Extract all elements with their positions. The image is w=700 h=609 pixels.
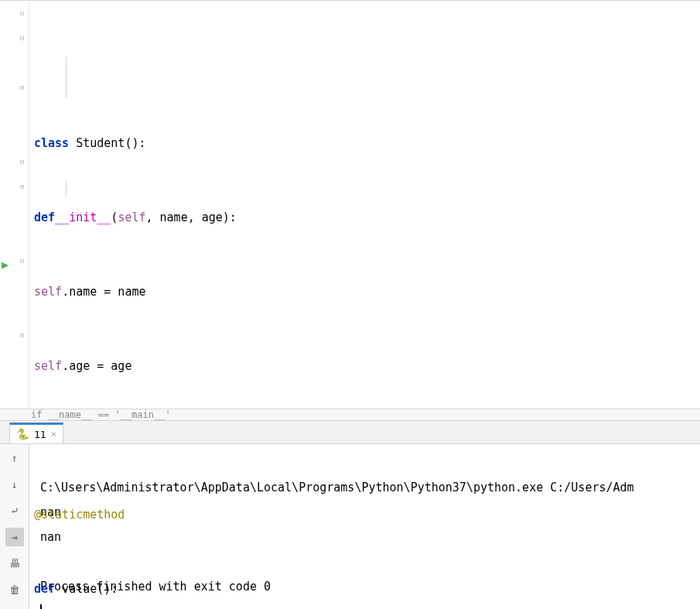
assign-age: .age = age — [62, 354, 131, 378]
fold-end-icon[interactable]: ⊡ — [20, 331, 24, 339]
paren: ( — [111, 205, 118, 230]
keyword-def: def — [34, 205, 55, 230]
self-ref: self — [34, 279, 62, 304]
gutter: ⊟ ⊟ ⊡ ⊟ ⊡ ▶ ⊟ ⊡ — [0, 1, 29, 409]
keyword-def: def — [34, 576, 55, 601]
scroll-to-end-icon[interactable]: ⇥ — [5, 528, 24, 546]
init-method: __init__ — [55, 205, 111, 230]
up-arrow-icon[interactable]: ↑ — [5, 449, 24, 467]
value-method: value(): — [55, 576, 118, 601]
fold-end-icon[interactable]: ⊡ — [20, 84, 24, 91]
trash-icon[interactable]: 🗑 — [5, 580, 24, 599]
python-icon: 🐍 — [16, 428, 29, 440]
fold-icon[interactable]: ⊟ — [20, 34, 24, 42]
init-params: , name, age): — [146, 205, 237, 230]
decorator: @staticmethod — [34, 502, 125, 527]
assign-name: .name = name — [62, 279, 145, 304]
fold-end-icon[interactable]: ⊡ — [20, 183, 24, 190]
fold-icon[interactable]: ⊟ — [20, 158, 24, 166]
editor-area: ⊟ ⊟ ⊡ ⊟ ⊡ ▶ ⊟ ⊡ class Student(): def __i… — [0, 1, 700, 409]
self-param: self — [118, 205, 145, 230]
soft-wrap-icon[interactable]: ⤶ — [5, 501, 24, 520]
fold-icon[interactable]: ⊟ — [20, 9, 24, 17]
class-decl: Student(): — [69, 131, 145, 156]
down-arrow-icon[interactable]: ↓ — [5, 475, 24, 494]
print-icon[interactable]: 🖶 — [5, 554, 24, 573]
fold-icon[interactable]: ⊟ — [20, 257, 24, 265]
console-toolbar: ↑ ↓ ⤶ ⇥ 🖶 🗑 — [0, 444, 29, 609]
self-ref: self — [34, 354, 62, 378]
run-icon[interactable]: ▶ — [2, 258, 9, 272]
keyword-class: class — [34, 131, 69, 156]
code-editor[interactable]: class Student(): def __init__(self, name… — [29, 1, 700, 409]
